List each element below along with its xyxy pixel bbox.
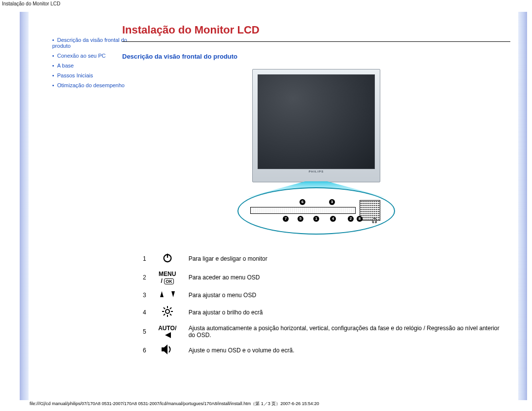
svg-marker-13 (165, 332, 171, 338)
breadcrumb: Instalação do Monitor LCD (0, 0, 532, 7)
svg-marker-2 (160, 291, 164, 297)
monitor-screen (258, 74, 375, 169)
svg-line-11 (164, 314, 165, 315)
legend-table: 1 Para ligar e desligar o monitor 2 MENU… (137, 249, 510, 359)
menu-icon: MENU / OK (158, 271, 177, 284)
svg-line-9 (164, 308, 165, 309)
legend-row-3: 3 Para ajustar o menu OSD (137, 287, 510, 303)
page-title: Instalação do Monitor LCD (122, 24, 510, 36)
legend-row-4: 4 Para ajustar o brilho do ecrã (137, 303, 510, 322)
callout-2: 2 (348, 216, 354, 222)
footer-path: file:///G|/cd manual/philips/07/170A8 05… (30, 401, 319, 407)
legend-row-6: 6 Ajuste o menu OSD e o volume do ecrã. (137, 342, 510, 359)
divider (122, 41, 510, 42)
svg-marker-3 (171, 291, 175, 297)
svg-marker-14 (162, 344, 167, 354)
monitor-bezel: PHILIPS (252, 69, 380, 182)
svg-line-12 (170, 308, 171, 309)
callout-5: 5 (298, 216, 303, 222)
auto-icon: AUTO/ (158, 325, 177, 339)
brand-label: PHILIPS (309, 170, 324, 173)
legend-row-5: 5 AUTO/ Ajusta automaticamente a posição… (137, 322, 510, 342)
product-figure: PHILIPS 🎧 6 3 7 5 1 4 2 8 (237, 69, 395, 235)
legend-row-1: 1 Para ligar e desligar o monitor (137, 249, 510, 268)
sidebar: •Descrição da visão frontal do produto •… (33, 35, 137, 90)
decor-right (518, 12, 527, 400)
button-strip (250, 207, 356, 214)
callout-4: 4 (330, 216, 336, 222)
callout-1: 1 (313, 216, 319, 222)
svg-line-10 (170, 314, 171, 315)
power-icon (158, 252, 177, 263)
section-title: Descrição da visão frontal do produto (122, 53, 510, 60)
callout-8: 8 (357, 216, 363, 222)
callout-3: 3 (329, 199, 335, 205)
brightness-icon (158, 306, 177, 317)
legend-row-2: 2 MENU / OK Para aceder ao menu OSD (137, 268, 510, 287)
updown-icon (158, 290, 177, 298)
callout-7: 7 (283, 216, 289, 222)
volume-icon (158, 344, 177, 354)
headphone-icon: 🎧 (371, 218, 377, 223)
svg-point-4 (166, 309, 169, 313)
decor-left (20, 12, 29, 400)
callout-6: 6 (299, 199, 305, 205)
